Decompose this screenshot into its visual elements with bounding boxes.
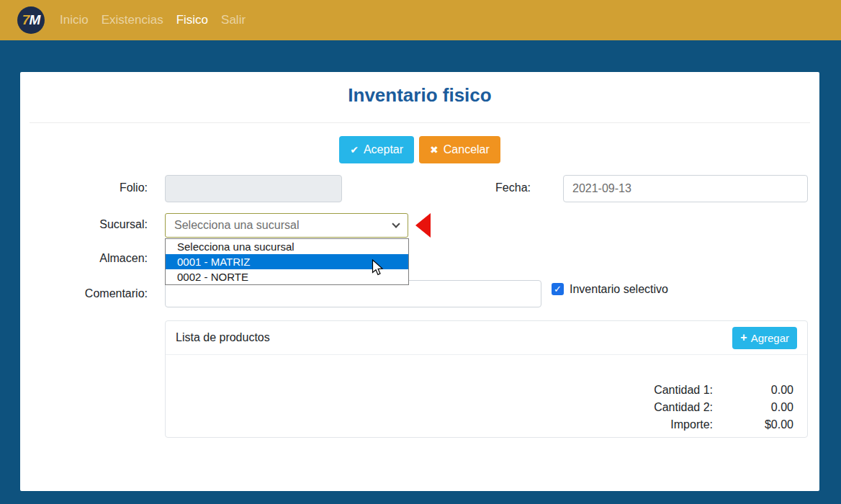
nav-item-salir[interactable]: Salir bbox=[215, 13, 252, 27]
cancel-button[interactable]: ✖Cancelar bbox=[419, 136, 500, 163]
importe-label: Importe: bbox=[670, 418, 713, 431]
inventario-selectivo-checkbox[interactable]: ✓ bbox=[552, 283, 564, 295]
check-icon: ✔ bbox=[350, 144, 359, 156]
checkbox-check-icon: ✓ bbox=[554, 284, 562, 294]
nav-item-existencias[interactable]: Existencias bbox=[95, 13, 170, 27]
dropdown-option-placeholder[interactable]: Selecciona una sucursal bbox=[166, 239, 408, 254]
sucursal-select-value: Selecciona una sucursal bbox=[174, 219, 299, 232]
total-row-cantidad1: Cantidad 1: 0.00 bbox=[654, 382, 793, 399]
cancel-button-label: Cancelar bbox=[444, 143, 490, 156]
importe-value: $0.00 bbox=[713, 418, 793, 431]
folio-input bbox=[165, 175, 342, 202]
page-title: Inventario fisico bbox=[20, 84, 819, 107]
fecha-label: Fecha: bbox=[459, 181, 531, 194]
products-panel: Lista de productos +Agregar Cantidad 1: … bbox=[165, 320, 808, 438]
sucursal-select[interactable]: Selecciona una sucursal bbox=[165, 213, 408, 238]
nav-links: Inicio Existencias Fisico Salir bbox=[53, 13, 252, 27]
fecha-input[interactable] bbox=[563, 175, 808, 202]
totals-block: Cantidad 1: 0.00 Cantidad 2: 0.00 Import… bbox=[654, 382, 793, 433]
inventario-selectivo-label: Inventario selectivo bbox=[570, 283, 668, 296]
comentario-label: Comentario: bbox=[20, 287, 148, 300]
cantidad1-value: 0.00 bbox=[713, 384, 793, 397]
sucursal-label: Sucursal: bbox=[20, 218, 148, 231]
cantidad2-value: 0.00 bbox=[713, 401, 793, 414]
cantidad1-label: Cantidad 1: bbox=[654, 384, 713, 397]
action-buttons: ✔Aceptar ✖Cancelar bbox=[20, 136, 819, 163]
pointer-arrow-annotation bbox=[415, 213, 431, 238]
plus-icon: + bbox=[740, 331, 747, 344]
title-divider bbox=[30, 122, 810, 123]
top-navbar: 7M Inicio Existencias Fisico Salir bbox=[0, 0, 841, 40]
add-product-button[interactable]: +Agregar bbox=[732, 327, 797, 349]
mouse-cursor bbox=[372, 259, 384, 276]
accept-button-label: Aceptar bbox=[364, 143, 403, 156]
total-row-importe: Importe: $0.00 bbox=[654, 416, 793, 433]
total-row-cantidad2: Cantidad 2: 0.00 bbox=[654, 399, 793, 416]
cantidad2-label: Cantidad 2: bbox=[654, 401, 713, 414]
main-card: Inventario fisico ✔Aceptar ✖Cancelar Fol… bbox=[20, 72, 819, 491]
brand-logo[interactable]: 7M bbox=[17, 6, 45, 34]
products-title: Lista de productos bbox=[176, 331, 270, 344]
products-header: Lista de productos +Agregar bbox=[166, 321, 807, 355]
nav-item-inicio[interactable]: Inicio bbox=[53, 13, 95, 27]
accept-button[interactable]: ✔Aceptar bbox=[339, 136, 414, 163]
brand-logo-m: M bbox=[29, 12, 40, 28]
folio-label: Folio: bbox=[20, 181, 148, 194]
almacen-label: Almacen: bbox=[20, 252, 148, 265]
chevron-down-icon bbox=[392, 220, 400, 228]
add-button-label: Agregar bbox=[751, 332, 789, 344]
cross-icon: ✖ bbox=[430, 144, 439, 156]
nav-item-fisico[interactable]: Fisico bbox=[170, 13, 215, 27]
brand-logo-7: 7 bbox=[22, 12, 30, 28]
